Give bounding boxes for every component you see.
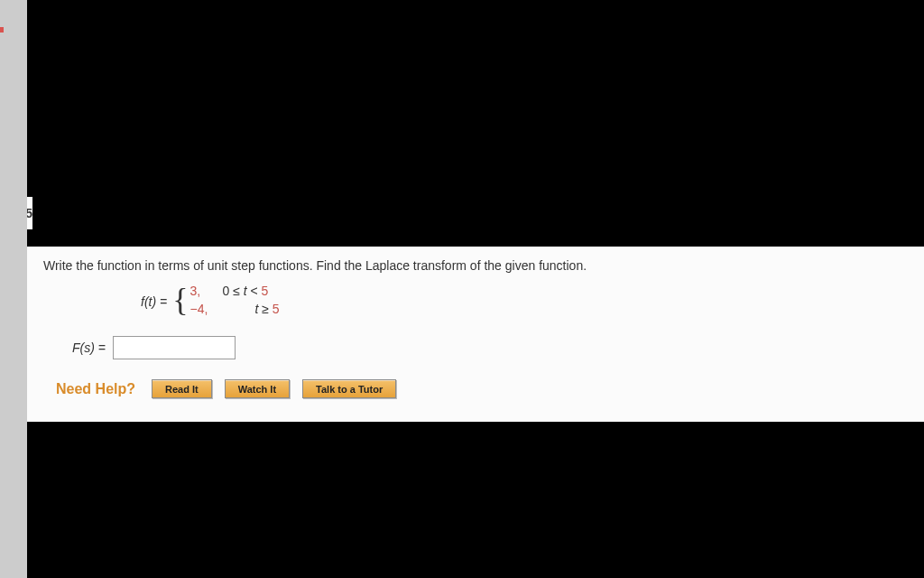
case-condition: 0 ≤ t < 5 [222,284,303,298]
case-row: −4, t ≥ 5 [189,302,303,320]
case-value: 3, [189,284,222,298]
case-condition: t ≥ 5 [222,302,303,316]
watch-it-button[interactable]: Watch It [225,379,290,398]
question-number-nub: 5 [27,197,32,229]
case-row: 3, 0 ≤ t < 5 [189,284,303,302]
question-prompt: Write the function in terms of unit step… [43,258,908,273]
help-row: Need Help? Read It Watch It Talk to a Tu… [56,379,908,398]
cases-list: 3, 0 ≤ t < 5 −4, t ≥ 5 [189,283,303,321]
left-gutter [0,0,27,578]
question-number: 5 [27,206,32,220]
answer-row: F(s) = [72,336,908,359]
function-lhs: f(t) = [141,294,167,309]
read-it-button[interactable]: Read It [152,379,212,398]
brace-group: { 3, 0 ≤ t < 5 −4, t ≥ 5 [172,283,303,321]
question-panel: Write the function in terms of unit step… [27,247,924,422]
answer-input[interactable] [113,336,236,359]
red-indicator [0,27,4,33]
case-value: −4, [189,302,222,316]
left-brace-icon: { [172,283,188,321]
talk-to-tutor-button[interactable]: Talk to a Tutor [302,379,396,398]
piecewise-function: f(t) = { 3, 0 ≤ t < 5 −4, t ≥ 5 [141,282,908,322]
need-help-label: Need Help? [56,381,135,397]
answer-label: F(s) = [72,340,106,355]
